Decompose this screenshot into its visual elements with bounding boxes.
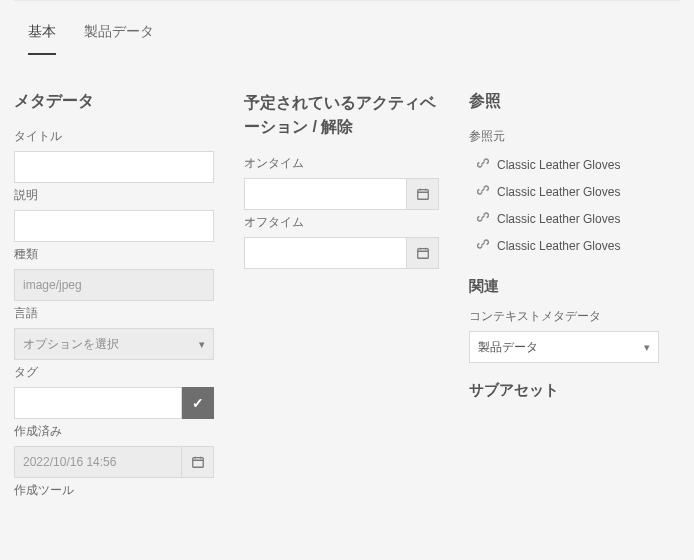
chevron-down-icon: ▾ xyxy=(644,341,650,354)
reference-item[interactable]: Classic Leather Gloves xyxy=(469,205,659,232)
ontime-calendar-button[interactable] xyxy=(407,178,439,210)
language-select[interactable]: オプションを選択 ▾ xyxy=(14,328,214,360)
reference-label: Classic Leather Gloves xyxy=(497,212,620,226)
reference-item[interactable]: Classic Leather Gloves xyxy=(469,232,659,259)
description-label: 説明 xyxy=(14,187,214,204)
check-icon: ✓ xyxy=(192,395,204,411)
tags-input[interactable] xyxy=(14,387,182,419)
reference-label: Classic Leather Gloves xyxy=(497,158,620,172)
referrers-list: Classic Leather Gloves Classic Leather G… xyxy=(469,151,659,259)
title-label: タイトル xyxy=(14,128,214,145)
references-heading: 参照 xyxy=(469,91,659,112)
created-calendar-button[interactable] xyxy=(182,446,214,478)
link-icon xyxy=(477,238,489,253)
type-field: image/jpeg xyxy=(14,269,214,301)
link-icon xyxy=(477,184,489,199)
activation-heading: 予定されているアクティベーション / 解除 xyxy=(244,91,439,139)
offtime-calendar-button[interactable] xyxy=(407,237,439,269)
language-label: 言語 xyxy=(14,305,214,322)
reference-item[interactable]: Classic Leather Gloves xyxy=(469,178,659,205)
activation-column: 予定されているアクティベーション / 解除 オンタイム オフタイム xyxy=(244,91,439,505)
reference-label: Classic Leather Gloves xyxy=(497,239,620,253)
created-field: 2022/10/16 14:56 xyxy=(14,446,182,478)
context-value: 製品データ xyxy=(478,339,538,356)
type-label: 種類 xyxy=(14,246,214,263)
offtime-input[interactable] xyxy=(244,237,407,269)
references-column: 参照 参照元 Classic Leather Gloves Classic Le… xyxy=(469,91,659,505)
svg-rect-2 xyxy=(417,249,428,259)
referrers-label: 参照元 xyxy=(469,128,659,145)
tab-product-data[interactable]: 製品データ xyxy=(84,23,154,55)
svg-rect-0 xyxy=(192,458,203,468)
metadata-column: メタデータ タイトル 説明 種類 image/jpeg 言語 オプションを選択 … xyxy=(14,91,214,505)
language-placeholder: オプションを選択 xyxy=(23,336,119,353)
reference-label: Classic Leather Gloves xyxy=(497,185,620,199)
tags-label: タグ xyxy=(14,364,214,381)
description-input[interactable] xyxy=(14,210,214,242)
tabs: 基本 製品データ xyxy=(14,0,680,55)
ontime-label: オンタイム xyxy=(244,155,439,172)
created-label: 作成済み xyxy=(14,423,214,440)
link-icon xyxy=(477,211,489,226)
link-icon xyxy=(477,157,489,172)
subasset-heading: サブアセット xyxy=(469,381,659,400)
offtime-label: オフタイム xyxy=(244,214,439,231)
context-label: コンテキストメタデータ xyxy=(469,308,659,325)
ontime-input[interactable] xyxy=(244,178,407,210)
reference-item[interactable]: Classic Leather Gloves xyxy=(469,151,659,178)
svg-rect-1 xyxy=(417,190,428,200)
title-input[interactable] xyxy=(14,151,214,183)
metadata-heading: メタデータ xyxy=(14,91,214,112)
chevron-down-icon: ▾ xyxy=(199,338,205,351)
tab-basic[interactable]: 基本 xyxy=(28,23,56,55)
tags-confirm-button[interactable]: ✓ xyxy=(182,387,214,419)
context-select[interactable]: 製品データ ▾ xyxy=(469,331,659,363)
tool-label: 作成ツール xyxy=(14,482,214,499)
related-heading: 関連 xyxy=(469,277,659,296)
